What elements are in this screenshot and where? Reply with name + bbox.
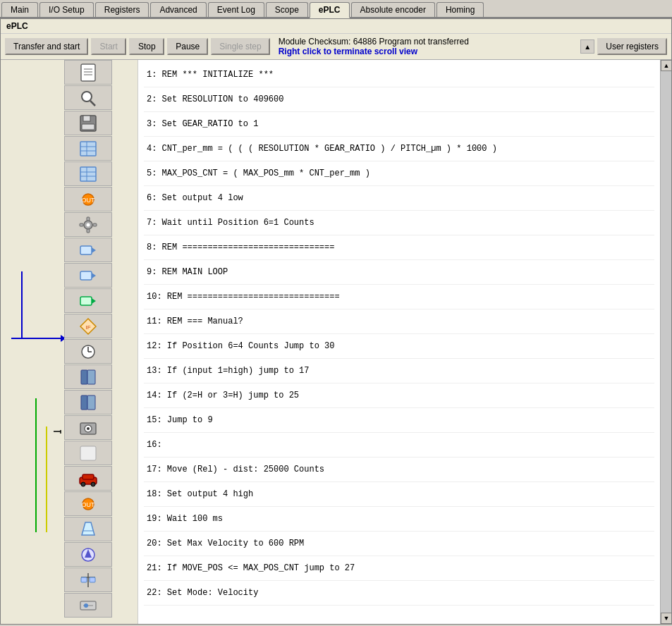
icon-8[interactable] [64,238,112,262]
icon-3[interactable] [64,111,112,135]
code-line-4[interactable]: 4: CNT_per_mm = ( ( ( RESOLUTION * GEAR_… [144,137,654,161]
icon-11[interactable]: IF [64,314,112,338]
svg-rect-58 [83,474,94,479]
svg-point-73 [84,603,88,608]
icon-18[interactable]: OUT [64,491,112,516]
svg-rect-69 [81,577,87,582]
svg-rect-21 [82,124,94,130]
svg-point-55 [87,427,90,430]
svg-marker-63 [82,522,94,535]
svg-point-59 [81,482,85,486]
tab-io-setup[interactable]: I/O Setup [39,2,94,17]
icon-4[interactable] [64,136,112,161]
code-line-17[interactable]: 17: Move (Rel) - dist: 25000 Counts [144,458,654,482]
icon-17[interactable] [64,466,112,491]
svg-rect-42 [80,297,92,305]
svg-rect-37 [93,223,97,226]
transfer-start-button[interactable]: Transfer and start [5,38,88,55]
scroll-up-button[interactable]: ▲ [661,60,671,71]
icon-15[interactable] [64,415,112,440]
icon-7[interactable] [64,212,112,237]
stop-button[interactable]: Stop [129,38,164,55]
svg-rect-51 [81,395,87,410]
svg-point-33 [87,223,90,226]
click-hint-text: Right click to terminate scroll view [279,47,469,56]
code-line-21[interactable]: 21: If MOVE_POS <= MAX_POS_CNT jump to 2… [144,556,654,581]
svg-rect-22 [80,142,96,156]
code-line-7[interactable]: 7: Wait until Position 6=1 Counts [144,211,654,235]
checksum-text: Module Checksum: 64886 Program not trans… [279,37,469,47]
svg-marker-43 [92,298,96,304]
svg-rect-26 [80,167,96,181]
svg-text:OUT: OUT [82,501,96,508]
svg-rect-38 [80,246,92,254]
code-line-1[interactable]: 1: REM *** INITIALIZE *** [144,63,654,87]
svg-marker-41 [92,273,96,278]
svg-rect-70 [90,577,95,582]
code-line-6[interactable]: 6: Set output 4 low [144,186,654,211]
flow-diagram [1,60,64,610]
tab-event-log[interactable]: Event Log [208,2,264,17]
start-button[interactable]: Start [91,38,126,55]
code-line-16[interactable]: 16: [144,433,654,458]
code-line-20[interactable]: 20: Set Max Velocity to 600 RPM [144,532,654,556]
icon-12[interactable] [64,339,112,364]
svg-rect-20 [83,116,90,121]
code-line-11[interactable]: 11: REM === Manual? [144,309,654,334]
icon-10[interactable] [64,288,112,313]
code-area[interactable]: 1: REM *** INITIALIZE ***2: Set RESOLUTI… [138,60,660,624]
icon-22[interactable] [64,593,112,618]
code-line-22[interactable]: 22: Set Mode: Velocity [144,581,654,606]
icon-2[interactable] [64,85,112,110]
code-line-13[interactable]: 13: If (input 1=high) jump to 17 [144,359,654,383]
tab-eplc[interactable]: ePLC [310,2,350,18]
pause-button[interactable]: Pause [167,38,208,55]
icon-16[interactable] [64,441,112,465]
code-line-3[interactable]: 3: Set GEAR_RATIO to 1 [144,112,654,137]
icon-14[interactable] [64,390,112,415]
icon-19[interactable] [64,517,112,541]
module-info: Module Checksum: 64886 Program not trans… [279,37,469,56]
svg-text:IF: IF [85,324,90,331]
code-line-15[interactable]: 15: Jump to 9 [144,408,654,433]
svg-rect-34 [87,217,90,221]
svg-point-17 [82,92,92,102]
code-line-19[interactable]: 19: Wait 100 ms [144,507,654,532]
single-step-button[interactable]: Single step [211,38,269,55]
svg-marker-39 [92,247,96,253]
tab-registers[interactable]: Registers [95,2,149,17]
code-line-12[interactable]: 12: If Position 6=4 Counts Jump to 30 [144,334,654,359]
code-line-18[interactable]: 18: Set output 4 high [144,482,654,507]
tab-homing[interactable]: Homing [436,2,484,17]
tab-scope[interactable]: Scope [266,2,308,17]
scroll-track[interactable] [661,71,671,613]
svg-rect-35 [87,229,90,233]
tab-absolute-encoder[interactable]: Absolute encoder [351,2,435,17]
left-sidebar: OUTIFOUT [1,60,138,624]
tab-bar: MainI/O SetupRegistersAdvancedEvent LogS… [0,0,672,18]
svg-rect-40 [80,271,92,280]
icon-5[interactable] [64,161,112,186]
icon-21[interactable] [64,567,112,592]
code-line-10[interactable]: 10: REM ============================== [144,285,654,309]
code-line-5[interactable]: 5: MAX_POS_CNT = ( MAX_POS_mm * CNT_per_… [144,161,654,186]
svg-rect-49 [81,370,87,384]
tab-advanced[interactable]: Advanced [150,2,206,17]
scroll-down-button[interactable]: ▼ [661,613,671,624]
code-line-8[interactable]: 8: REM ============================== [144,235,654,260]
icon-6[interactable]: OUT [64,187,112,211]
code-line-9[interactable]: 9: REM MAIN LOOP [144,260,654,285]
icon-13[interactable] [64,364,112,389]
icon-column: OUTIFOUT [64,60,114,618]
icon-1[interactable] [64,60,112,85]
svg-rect-50 [87,370,95,384]
user-registers-button[interactable]: User registers [597,38,667,55]
code-line-2[interactable]: 2: Set RESOLUTION to 409600 [144,87,654,112]
tab-main[interactable]: Main [1,2,38,17]
scroll-up-icon[interactable]: ▲ [580,39,594,54]
svg-rect-36 [80,223,83,226]
code-line-14[interactable]: 14: If (2=H or 3=H) jump to 25 [144,383,654,408]
icon-20[interactable] [64,542,112,567]
toolbar: Transfer and start Start Stop Pause Sing… [1,34,671,60]
icon-9[interactable] [64,263,112,288]
